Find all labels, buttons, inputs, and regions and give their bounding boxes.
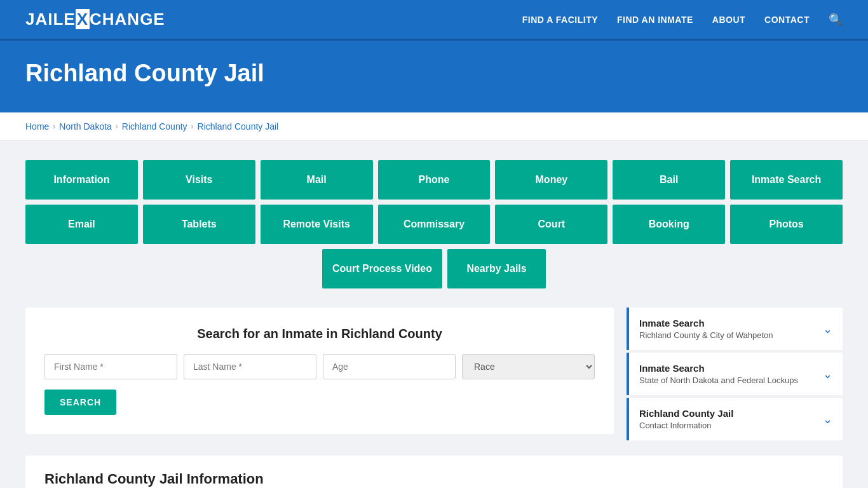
accordion-title-3: Richland County Jail <box>639 408 733 419</box>
accordion-subtitle-3: Contact Information <box>639 421 733 430</box>
chevron-down-icon-1: ⌄ <box>823 322 832 336</box>
tile-row-3: Court Process Video Nearby Jails <box>25 249 843 288</box>
nav-contact[interactable]: CONTACT <box>764 15 810 25</box>
age-input[interactable] <box>323 354 456 379</box>
breadcrumb-home[interactable]: Home <box>25 121 49 132</box>
tile-court-process-video[interactable]: Court Process Video <box>322 249 442 288</box>
nav-links: FIND A FACILITY FIND AN INMATE ABOUT CON… <box>522 13 843 27</box>
accordion-title-1: Inmate Search <box>639 318 773 329</box>
main-content: Information Visits Mail Phone Money Bail… <box>0 141 868 488</box>
accordion-item-3[interactable]: Richland County Jail Contact Information… <box>627 398 843 440</box>
hero-section: Richland County Jail <box>0 41 868 112</box>
breadcrumb-north-dakota[interactable]: North Dakota <box>59 121 111 132</box>
tile-court[interactable]: Court <box>495 205 607 244</box>
inmate-search-box: Search for an Inmate in Richland County … <box>25 308 614 434</box>
search-button[interactable]: SEARCH <box>44 390 116 415</box>
tile-mail[interactable]: Mail <box>261 160 373 200</box>
page-title: Richland County Jail <box>25 60 843 87</box>
accordion-title-2: Inmate Search <box>639 363 798 374</box>
tile-row-2: Email Tablets Remote Visits Commissary C… <box>25 205 843 244</box>
first-name-input[interactable] <box>44 354 177 379</box>
tile-nearby-jails[interactable]: Nearby Jails <box>447 249 546 288</box>
accordion-item-1[interactable]: Inmate Search Richland County & City of … <box>627 308 843 350</box>
chevron-down-icon-2: ⌄ <box>823 367 832 381</box>
tile-grid: Information Visits Mail Phone Money Bail… <box>25 160 843 288</box>
search-form-row-1: Race White Black Hispanic Asian Other <box>44 354 595 379</box>
breadcrumb-richland-county[interactable]: Richland County <box>122 121 187 132</box>
tile-booking[interactable]: Booking <box>613 205 725 244</box>
tile-tablets[interactable]: Tablets <box>143 205 255 244</box>
tile-inmate-search[interactable]: Inmate Search <box>730 160 843 200</box>
site-logo[interactable]: JAILEXCHANGE <box>25 10 165 29</box>
search-title: Search for an Inmate in Richland County <box>44 327 595 341</box>
two-col-layout: Search for an Inmate in Richland County … <box>25 308 843 443</box>
nav-find-facility[interactable]: FIND A FACILITY <box>522 15 598 25</box>
search-icon[interactable]: 🔍 <box>829 13 843 27</box>
last-name-input[interactable] <box>184 354 316 379</box>
tile-photos[interactable]: Photos <box>730 205 843 244</box>
breadcrumb-bar: Home › North Dakota › Richland County › … <box>0 112 868 141</box>
breadcrumb: Home › North Dakota › Richland County › … <box>25 121 843 132</box>
accordion-text-3: Richland County Jail Contact Information <box>639 408 733 430</box>
tile-remote-visits[interactable]: Remote Visits <box>261 205 373 244</box>
tile-phone[interactable]: Phone <box>378 160 491 200</box>
breadcrumb-current: Richland County Jail <box>198 121 279 132</box>
tile-commissary[interactable]: Commissary <box>378 205 491 244</box>
tile-money[interactable]: Money <box>495 160 607 200</box>
nav-about[interactable]: ABOUT <box>712 15 745 25</box>
accordion-subtitle-1: Richland County & City of Wahpeton <box>639 330 773 340</box>
accordion-item-2[interactable]: Inmate Search State of North Dakota and … <box>627 353 843 395</box>
chevron-down-icon-3: ⌄ <box>823 412 832 426</box>
tile-visits[interactable]: Visits <box>143 160 255 200</box>
navbar: JAILEXCHANGE FIND A FACILITY FIND AN INM… <box>0 0 868 41</box>
accordion-text-2: Inmate Search State of North Dakota and … <box>639 363 798 385</box>
race-select[interactable]: Race White Black Hispanic Asian Other <box>462 354 595 379</box>
tile-row-1: Information Visits Mail Phone Money Bail… <box>25 160 843 200</box>
accordion-subtitle-2: State of North Dakota and Federal Lockup… <box>639 376 798 385</box>
breadcrumb-sep-2: › <box>116 122 118 131</box>
accordion-text-1: Inmate Search Richland County & City of … <box>639 318 773 340</box>
breadcrumb-sep-3: › <box>191 122 194 131</box>
tile-information[interactable]: Information <box>25 160 138 200</box>
breadcrumb-sep-1: › <box>53 122 55 131</box>
sidebar: Inmate Search Richland County & City of … <box>627 308 843 443</box>
nav-find-inmate[interactable]: FIND AN INMATE <box>617 15 693 25</box>
section-title: Richland County Jail Information <box>25 456 843 488</box>
tile-bail[interactable]: Bail <box>613 160 725 200</box>
tile-email[interactable]: Email <box>25 205 138 244</box>
